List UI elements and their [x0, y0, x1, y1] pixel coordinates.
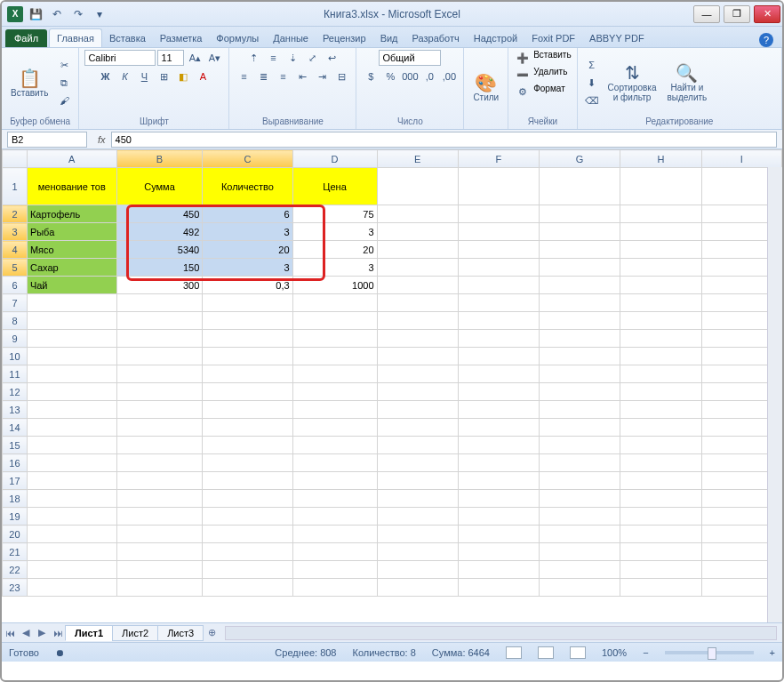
cell[interactable]: [377, 419, 458, 437]
dec-decimal-icon[interactable]: ,00: [440, 68, 458, 84]
cell[interactable]: [377, 561, 458, 579]
cell[interactable]: Мясо: [27, 241, 116, 259]
cell[interactable]: [27, 294, 116, 312]
cell[interactable]: [203, 348, 292, 365]
cell[interactable]: Количество: [203, 168, 292, 205]
cell[interactable]: [620, 348, 701, 365]
cell[interactable]: [377, 241, 458, 259]
cell[interactable]: [458, 401, 539, 419]
cell[interactable]: 6: [203, 205, 292, 223]
cell[interactable]: [27, 472, 116, 490]
cell[interactable]: [292, 454, 377, 472]
sheet-tab[interactable]: Лист3: [157, 625, 204, 641]
cell[interactable]: [377, 454, 458, 472]
cell[interactable]: [458, 168, 539, 205]
cell[interactable]: [292, 383, 377, 401]
cell[interactable]: [539, 259, 620, 277]
view-normal-icon[interactable]: [506, 646, 522, 659]
cell[interactable]: [458, 419, 539, 437]
percent-icon[interactable]: %: [381, 68, 399, 84]
cell[interactable]: [377, 526, 458, 543]
row-header[interactable]: 8: [3, 312, 28, 330]
cell[interactable]: [458, 561, 539, 579]
cell[interactable]: 3: [203, 223, 292, 241]
cell[interactable]: [620, 526, 701, 543]
cell[interactable]: менование тов: [27, 168, 116, 205]
row-header[interactable]: 11: [3, 365, 28, 383]
new-sheet-icon[interactable]: ⊕: [204, 625, 220, 641]
cell[interactable]: [539, 437, 620, 454]
align-middle-icon[interactable]: ≡: [264, 50, 282, 66]
zoom-in-icon[interactable]: +: [770, 647, 775, 658]
col-header-g[interactable]: G: [539, 150, 620, 168]
cell[interactable]: [539, 241, 620, 259]
cell[interactable]: [458, 490, 539, 508]
copy-icon[interactable]: ⧉: [55, 75, 73, 91]
cell[interactable]: [377, 579, 458, 597]
horizontal-scrollbar[interactable]: [225, 626, 777, 640]
cell[interactable]: [292, 365, 377, 383]
paste-button[interactable]: 📋 Вставить: [7, 67, 52, 100]
cell[interactable]: 300: [116, 277, 203, 294]
bold-icon[interactable]: Ж: [96, 68, 114, 84]
cell[interactable]: [203, 472, 292, 490]
cell[interactable]: [620, 401, 701, 419]
row-header[interactable]: 5: [3, 259, 28, 277]
row-header[interactable]: 2: [3, 205, 28, 223]
col-header-b[interactable]: B: [116, 150, 203, 168]
delete-cells-button[interactable]: ➖Удалить: [514, 67, 567, 83]
col-header-h[interactable]: H: [620, 150, 701, 168]
cell[interactable]: [539, 579, 620, 597]
cell[interactable]: [620, 277, 701, 294]
cell[interactable]: [458, 205, 539, 223]
sheet-nav-last-icon[interactable]: ⏭: [50, 625, 66, 641]
cell[interactable]: [377, 205, 458, 223]
col-header-a[interactable]: A: [27, 150, 116, 168]
tab-addins[interactable]: Надстрой: [467, 29, 524, 47]
row-header[interactable]: 23: [3, 579, 28, 597]
cell[interactable]: [539, 330, 620, 348]
cell[interactable]: [27, 490, 116, 508]
cell[interactable]: [292, 312, 377, 330]
cell[interactable]: [458, 241, 539, 259]
cell[interactable]: [27, 508, 116, 526]
cell[interactable]: [116, 330, 203, 348]
autosum-icon[interactable]: Σ: [583, 57, 601, 73]
tab-home[interactable]: Главная: [49, 28, 102, 47]
cell[interactable]: [292, 419, 377, 437]
cell[interactable]: Картофель: [27, 205, 116, 223]
cell[interactable]: [27, 579, 116, 597]
cell[interactable]: [116, 294, 203, 312]
cell[interactable]: [539, 312, 620, 330]
row-header[interactable]: 10: [3, 348, 28, 365]
cell[interactable]: [116, 543, 203, 561]
cell[interactable]: [27, 312, 116, 330]
cell[interactable]: [292, 348, 377, 365]
cell[interactable]: [377, 277, 458, 294]
insert-cells-button[interactable]: ➕Вставить: [514, 50, 571, 66]
cell[interactable]: [377, 223, 458, 241]
cell[interactable]: 1000: [292, 277, 377, 294]
cell[interactable]: [27, 401, 116, 419]
cell[interactable]: [377, 294, 458, 312]
orientation-icon[interactable]: ⤢: [303, 50, 321, 66]
currency-icon[interactable]: $: [362, 68, 380, 84]
tab-developer[interactable]: Разработч: [405, 29, 467, 47]
help-icon[interactable]: ?: [759, 33, 773, 47]
cell[interactable]: [292, 472, 377, 490]
cell[interactable]: [203, 401, 292, 419]
merge-icon[interactable]: ⊟: [332, 68, 350, 84]
cell[interactable]: [539, 401, 620, 419]
fill-color-icon[interactable]: ◧: [174, 68, 192, 84]
indent-dec-icon[interactable]: ⇤: [293, 68, 311, 84]
row-header[interactable]: 13: [3, 401, 28, 419]
qat-more-icon[interactable]: ▾: [91, 5, 108, 23]
cell[interactable]: [458, 543, 539, 561]
border-icon[interactable]: ⊞: [155, 68, 172, 84]
cell[interactable]: [377, 259, 458, 277]
row-header[interactable]: 14: [3, 419, 28, 437]
cell[interactable]: [116, 508, 203, 526]
cell[interactable]: [620, 419, 701, 437]
find-select-button[interactable]: 🔍 Найти и выделить: [663, 61, 710, 104]
cell[interactable]: [377, 348, 458, 365]
